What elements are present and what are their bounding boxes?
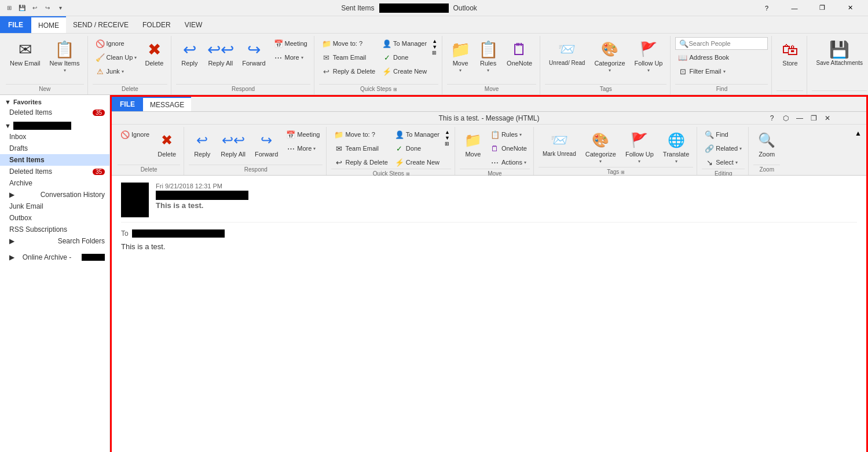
msg-move-button[interactable]: 📁 Move xyxy=(460,128,486,161)
msg-onenote-button[interactable]: 🗒 OneNote xyxy=(488,142,530,155)
sidebar-item-sent[interactable]: Sent Items xyxy=(0,154,109,166)
msg-related-button[interactable]: 🔗 Related ▾ xyxy=(702,142,745,155)
to-manager-button[interactable]: 👤 To Manager xyxy=(379,37,430,50)
redo-icon[interactable]: ↪ xyxy=(43,3,52,13)
msg-replydelete-button[interactable]: ↩ Reply & Delete xyxy=(331,156,390,169)
move-to-button[interactable]: 📁 Move to: ? xyxy=(319,37,378,50)
msg-find-button[interactable]: 🔍 Find xyxy=(702,128,745,141)
filter-email-button[interactable]: ⊡ Filter Email ▾ xyxy=(675,65,768,78)
msg-close-btn[interactable]: ✕ xyxy=(822,114,833,123)
msg-categorize-button[interactable]: 🎨 Categorize ▾ xyxy=(581,128,620,167)
follow-up-icon: 🚩 xyxy=(639,40,658,59)
ribbon-group-respond: ↩ Reply ↩↩ Reply All ↪ Forward 📅 Meeting… xyxy=(173,36,314,94)
quicksteps-expand[interactable]: ⊞ xyxy=(432,50,437,56)
msg-popout-btn[interactable]: ⬡ xyxy=(780,114,792,123)
msg-reply-all-button[interactable]: ↩↩ Reply All xyxy=(217,128,250,161)
msg-ignore-button[interactable]: 🚫 Ignore xyxy=(118,128,152,141)
address-book-button[interactable]: 📖 Address Book xyxy=(675,51,768,64)
categorize-button[interactable]: 🎨 Categorize ▾ xyxy=(590,37,629,76)
tab-file[interactable]: FILE xyxy=(0,16,31,33)
ignore-button[interactable]: 🚫 Ignore xyxy=(93,37,140,50)
favorites-chevron[interactable]: ▼ xyxy=(5,99,11,105)
save-icon[interactable]: 💾 xyxy=(17,3,27,13)
tab-send-receive[interactable]: SEND / RECEIVE xyxy=(66,16,135,33)
sidebar-item-online-archive[interactable]: ▶ Online Archive - xyxy=(0,251,109,263)
search-people-input[interactable] xyxy=(688,40,758,47)
msg-forward-button[interactable]: ↪ Forward xyxy=(251,128,282,161)
team-email-button[interactable]: ✉ Team Email xyxy=(319,51,378,64)
msg-delete-button[interactable]: ✖ Delete xyxy=(153,128,180,161)
sidebar-item-archive[interactable]: Archive xyxy=(0,177,109,189)
store-button[interactable]: 🛍 Store xyxy=(777,37,803,70)
cleanup-button[interactable]: 🧹 Clean Up ▾ xyxy=(93,51,140,64)
msg-qs-expand[interactable]: ⊞ xyxy=(445,141,450,147)
sidebar-item-deleted-fav[interactable]: Deleted Items 35 xyxy=(0,107,109,118)
reply-all-button[interactable]: ↩↩ Reply All xyxy=(204,37,237,70)
msg-moveto-button[interactable]: 📁 Move to: ? xyxy=(331,128,390,141)
done-button[interactable]: ✓ Done xyxy=(379,51,430,64)
create-new-button[interactable]: ⚡ Create New xyxy=(379,65,430,78)
sidebar-item-deleted[interactable]: Deleted Items 35 xyxy=(0,166,109,177)
msg-help-btn[interactable]: ? xyxy=(766,114,778,123)
account-chevron[interactable]: ▼ xyxy=(5,122,11,129)
follow-up-button[interactable]: 🚩 Follow Up ▾ xyxy=(631,37,667,76)
sidebar-item-inbox[interactable]: Inbox xyxy=(0,131,109,143)
sidebar-item-outbox[interactable]: Outbox xyxy=(0,212,109,224)
reply-delete-button[interactable]: ↩ Reply & Delete xyxy=(319,65,378,78)
msg-tomanager-button[interactable]: 👤 To Manager xyxy=(392,128,442,141)
sidebar-item-search[interactable]: ▶ Search Folders xyxy=(0,235,109,247)
minimize-button[interactable]: — xyxy=(781,2,808,14)
quicksteps-scroll-down[interactable]: ▼ xyxy=(432,44,437,50)
meeting-button[interactable]: 📅 Meeting xyxy=(271,37,310,50)
msg-group-delete: 🚫 Ignore ✖ Delete Delete xyxy=(114,127,184,175)
new-items-button[interactable]: 📋 New Items ▾ xyxy=(46,37,84,76)
junk-button[interactable]: ⚠ Junk ▾ xyxy=(93,65,140,78)
msg-restore-btn[interactable]: ❐ xyxy=(808,114,819,123)
save-attachments-button[interactable]: 💾 Save Attachments xyxy=(812,37,867,69)
msg-meeting-button[interactable]: 📅 Meeting xyxy=(283,128,323,141)
msg-tab-file[interactable]: FILE xyxy=(112,97,143,111)
reply-button[interactable]: ↩ Reply xyxy=(176,37,203,70)
close-button[interactable]: ✕ xyxy=(837,2,863,14)
msg-translate-button[interactable]: 🌐 Translate ▾ xyxy=(659,128,693,167)
delete-button[interactable]: ✖ Delete xyxy=(141,37,167,70)
msg-createnew-button[interactable]: ⚡ Create New xyxy=(392,156,442,169)
more-respond-button[interactable]: ⋯ More ▾ xyxy=(271,51,310,64)
msg-done-button[interactable]: ✓ Done xyxy=(392,142,442,155)
rules-button[interactable]: 📋 Rules ▾ xyxy=(475,37,501,76)
msg-tab-message[interactable]: MESSAGE xyxy=(143,97,191,111)
msg-minimize-btn[interactable]: — xyxy=(794,114,805,123)
msg-ribbon-collapse[interactable]: ▲ xyxy=(852,127,864,175)
quicksteps-scroll-up[interactable]: ▲ xyxy=(432,38,437,44)
sidebar-item-rss[interactable]: RSS Subscriptions xyxy=(0,224,109,235)
msg-qs-up[interactable]: ▲ xyxy=(445,129,450,135)
msg-more-button[interactable]: ⋯ More ▾ xyxy=(283,142,323,155)
msg-zoom-icon: 🔍 xyxy=(757,131,776,150)
window-controls[interactable]: ? — ❐ ✕ xyxy=(753,2,863,14)
onenote-button[interactable]: 🗒 OneNote xyxy=(503,37,536,70)
msg-teamemail-button[interactable]: ✉ Team Email xyxy=(331,142,390,155)
new-email-button[interactable]: ✉ New Email xyxy=(6,37,45,70)
undo-icon[interactable]: ↩ xyxy=(30,3,39,13)
msg-rules-button[interactable]: 📋 Rules ▾ xyxy=(488,128,530,141)
msg-mark-unread-button[interactable]: 📨 Mark Unread xyxy=(539,128,580,160)
msg-select-button[interactable]: ↘ Select ▾ xyxy=(702,156,745,169)
sidebar-item-drafts[interactable]: Drafts xyxy=(0,143,109,154)
tab-view[interactable]: VIEW xyxy=(178,16,210,33)
msg-qs-down[interactable]: ▼ xyxy=(445,135,450,141)
help-button[interactable]: ? xyxy=(753,2,780,14)
forward-button[interactable]: ↪ Forward xyxy=(238,37,269,70)
sidebar-item-junk[interactable]: Junk Email xyxy=(0,201,109,212)
msg-actions-button[interactable]: ⋯ Actions ▾ xyxy=(488,156,530,169)
customize-icon[interactable]: ▾ xyxy=(56,3,65,13)
tab-home[interactable]: HOME xyxy=(31,16,66,33)
move-button[interactable]: 📁 Move ▾ xyxy=(447,37,474,76)
msg-followup-button[interactable]: 🚩 Follow Up ▾ xyxy=(621,128,658,167)
search-people-box[interactable]: 🔍 xyxy=(675,37,768,50)
restore-button[interactable]: ❐ xyxy=(809,2,836,14)
msg-zoom-button[interactable]: 🔍 Zoom xyxy=(753,128,780,161)
msg-reply-button[interactable]: ↩ Reply xyxy=(189,128,215,161)
tab-folder[interactable]: FOLDER xyxy=(135,16,178,33)
unread-read-button[interactable]: 📨 Unread/ Read xyxy=(545,37,589,69)
sidebar-item-conversation[interactable]: ▶ Conversation History xyxy=(0,189,109,201)
